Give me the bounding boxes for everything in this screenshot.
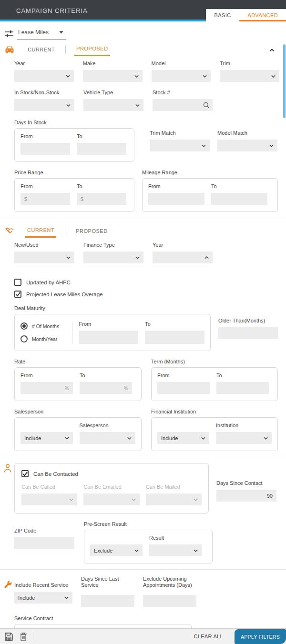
stock-status-select[interactable] [14, 99, 74, 111]
vehicle-section: CURRENT PROPOSED Year Make Model Trim [0, 42, 286, 212]
tab-advanced[interactable]: ADVANCED [239, 9, 286, 21]
wrench-icon [4, 580, 12, 588]
include-recent-service-select[interactable]: Include [14, 592, 72, 604]
zip-code-label: ZIP Code [14, 528, 74, 534]
can-be-contacted-group: Can Be Contacted Can Be Called Can Be Em… [14, 463, 209, 513]
chevron-down-icon [66, 75, 70, 78]
price-from-input[interactable] [20, 193, 70, 205]
model-select[interactable] [152, 70, 211, 82]
chevron-down-icon [134, 549, 139, 552]
header-bar: CAMPAIGN CRITERIA BASIC ADVANCED [0, 0, 286, 21]
to-label: To [216, 372, 269, 379]
criteria-type-dropdown[interactable]: Lease Miles [17, 28, 66, 40]
trim-label: Trim [220, 60, 279, 67]
chevron-down-icon [134, 75, 139, 78]
person-icon [4, 464, 11, 473]
price-to-input[interactable] [77, 193, 126, 205]
finance-type-select[interactable] [83, 252, 143, 263]
deal-year-select[interactable] [153, 252, 213, 263]
mileage-to-input[interactable] [211, 193, 267, 205]
exclude-appointments-input[interactable] [143, 595, 196, 607]
clear-all-button[interactable]: CLEAR ALL [194, 634, 223, 639]
updated-by-ahfc-checkbox[interactable]: Updated by AHFC [14, 279, 279, 286]
scrollbar-thumb[interactable] [283, 44, 286, 118]
chevron-down-icon [194, 498, 198, 501]
make-select[interactable] [83, 70, 143, 82]
to-label: To [77, 133, 126, 140]
projected-overage-checkbox[interactable]: Projected Lease Miles Overage [14, 291, 279, 298]
days-since-contact-input[interactable] [216, 490, 276, 502]
maturity-to-input[interactable] [145, 331, 204, 344]
contact-section: Can Be Contacted Can Be Called Can Be Em… [0, 463, 286, 564]
financial-institution-label: Financial Institution [151, 409, 278, 414]
salesperson-select[interactable] [80, 432, 135, 444]
chevron-down-icon [64, 596, 69, 599]
rate-label: Rate [14, 359, 142, 364]
result-select[interactable] [149, 544, 202, 556]
vehicle-type-label: Vehicle Type [83, 90, 143, 96]
model-match-select[interactable] [217, 140, 277, 151]
institution-mode-select[interactable]: Include [157, 432, 209, 444]
deal-tab-proposed[interactable]: PROPOSED [74, 225, 109, 237]
to-label: To [145, 321, 204, 327]
year-select[interactable] [14, 70, 74, 82]
can-be-mailed-label: Can Be Mailed [146, 484, 202, 490]
term-to-input[interactable] [216, 382, 269, 394]
mileage-from-input[interactable] [148, 193, 204, 205]
from-label: From [148, 183, 204, 190]
save-icon [4, 632, 13, 641]
mode-tabs: BASIC ADVANCED [206, 9, 286, 21]
prescreen-mode-select[interactable]: Exclude [90, 544, 143, 556]
chevron-down-icon [135, 256, 140, 259]
older-than-label: Older Than(Months) [218, 318, 278, 324]
salesperson-group: Include Salesperson [14, 417, 142, 451]
days-in-stock-from-input[interactable] [20, 143, 70, 155]
institution-select[interactable] [216, 432, 272, 444]
term-group: From To [151, 367, 278, 401]
days-in-stock-to-input[interactable] [77, 143, 126, 155]
footer-divider [33, 631, 33, 642]
can-be-called-select[interactable] [21, 493, 77, 505]
stock-status-label: In Stock/Non-Stock [14, 90, 74, 96]
can-be-contacted-checkbox[interactable]: Can Be Contacted [21, 470, 202, 477]
deal-tab-current[interactable]: CURRENT [25, 224, 56, 238]
price-range-label: Price Range [14, 170, 134, 175]
older-than-input[interactable] [218, 327, 278, 339]
term-from-input[interactable] [157, 382, 210, 394]
vehicle-tab-proposed[interactable]: PROPOSED [74, 43, 110, 56]
salesperson-mode-select[interactable]: Include [20, 432, 73, 444]
new-used-select[interactable] [14, 252, 74, 263]
exclude-appointments-label: Exclude Upcoming Appointments (Days) [143, 575, 196, 588]
can-be-mailed-select[interactable] [146, 493, 202, 505]
collapse-section-button[interactable] [269, 45, 275, 54]
month-year-radio[interactable]: Month/Year [20, 335, 65, 342]
chevron-up-icon [269, 49, 275, 52]
group-divider [72, 321, 72, 344]
from-label: From [79, 321, 139, 327]
percent-suffix: % [65, 385, 69, 391]
trim-select[interactable] [220, 70, 279, 82]
maturity-from-input[interactable] [79, 331, 139, 344]
can-be-emailed-select[interactable] [83, 493, 139, 505]
chevron-down-icon [271, 75, 276, 78]
prescreen-result-label: Pre-Screen Result [84, 521, 213, 527]
to-label: To [80, 372, 132, 379]
chevron-down-icon [65, 437, 69, 440]
vehicle-type-select[interactable] [83, 99, 143, 111]
apply-filters-button[interactable]: APPLY FILTERS [235, 629, 286, 644]
tab-basic[interactable]: BASIC [206, 9, 239, 21]
checkbox-checked [14, 291, 21, 298]
section-divider [0, 569, 286, 570]
chevron-down-icon [135, 104, 140, 107]
num-of-months-radio[interactable]: # Of Months [20, 322, 65, 330]
days-since-contact-label: Days Since Contact [216, 480, 276, 486]
days-in-stock-group: From To [14, 128, 134, 162]
delete-button[interactable] [20, 632, 27, 641]
save-button[interactable] [4, 632, 13, 641]
from-label: From [157, 372, 210, 379]
days-since-last-service-input[interactable] [81, 595, 134, 607]
vehicle-tab-current[interactable]: CURRENT [26, 44, 57, 56]
zip-code-input[interactable] [14, 537, 74, 549]
dropdown-caret-icon [59, 31, 63, 34]
trim-match-select[interactable] [150, 140, 210, 151]
